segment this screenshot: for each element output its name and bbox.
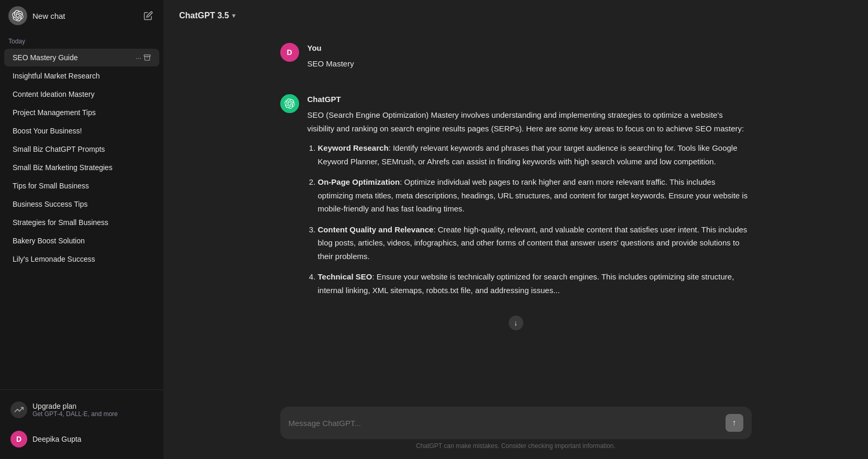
chatgpt-message-text: SEO (Search Engine Optimization) Mastery…	[307, 108, 752, 297]
input-wrapper: ↑	[280, 407, 752, 439]
sidebar-item-bakery-boost-solution[interactable]: Bakery Boost Solution	[4, 232, 159, 250]
sidebar-footer: Upgrade plan Get GPT-4, DALL·E, and more…	[0, 389, 163, 459]
sidebar-item-lilys-lemonade-success[interactable]: Lily's Lemonade Success	[4, 250, 159, 268]
nav-item-label: Lily's Lemonade Success	[13, 255, 151, 263]
nav-item-label: Insightful Market Research	[13, 72, 151, 80]
sidebar-item-strategies-for-small-business[interactable]: Strategies for Small Business	[4, 214, 159, 231]
chat-area: D You SEO Mastery ChatGPT SEO (Search En…	[163, 31, 868, 400]
scroll-down-arrow[interactable]: ↓	[509, 316, 523, 330]
nav-item-label: Tips for Small Business	[13, 182, 151, 190]
upgrade-plan-button[interactable]: Upgrade plan Get GPT-4, DALL·E, and more	[4, 396, 159, 423]
upgrade-text: Upgrade plan Get GPT-4, DALL·E, and more	[32, 402, 118, 418]
user-name: Deepika Gupta	[32, 435, 81, 443]
nav-item-label: Content Ideation Mastery	[13, 90, 151, 98]
main-header: ChatGPT 3.5 ▾	[163, 0, 868, 31]
nav-item-label: Small Biz ChatGPT Prompts	[13, 145, 151, 153]
nav-item-label: Small Biz Marketing Strategies	[13, 163, 151, 172]
openai-logo-icon[interactable]	[8, 6, 27, 25]
sidebar-section-today: Today	[0, 31, 163, 48]
new-chat-edit-button[interactable]	[141, 9, 155, 23]
sidebar-item-seo-mastery-guide[interactable]: SEO Mastery Guide ···	[4, 49, 159, 66]
sidebar-nav: Today SEO Mastery Guide ··· Insightful M…	[0, 31, 163, 389]
message-input[interactable]	[289, 419, 720, 428]
svg-rect-0	[144, 55, 150, 57]
sidebar-header: New chat	[0, 0, 163, 31]
sidebar-item-business-success-tips[interactable]: Business Success Tips	[4, 195, 159, 213]
model-name: ChatGPT 3.5	[179, 11, 229, 20]
nav-item-label: Strategies for Small Business	[13, 218, 151, 227]
archive-icon[interactable]	[144, 54, 151, 61]
sidebar-item-tips-for-small-business[interactable]: Tips for Small Business	[4, 177, 159, 195]
upgrade-icon	[10, 401, 27, 418]
new-chat-title: New chat	[32, 12, 65, 20]
sidebar-item-project-management-tips[interactable]: Project Management Tips	[4, 104, 159, 121]
nav-item-actions: ···	[136, 54, 151, 62]
chatgpt-message-content: ChatGPT SEO (Search Engine Optimization)…	[307, 93, 752, 304]
nav-item-label: Boost Your Business!	[13, 127, 151, 135]
scroll-indicator: ↓	[184, 316, 847, 330]
nav-item-label: Project Management Tips	[13, 108, 151, 117]
sidebar-item-small-biz-chatgpt-prompts[interactable]: Small Biz ChatGPT Prompts	[4, 140, 159, 158]
input-area: ↑ ChatGPT can make mistakes. Consider ch…	[163, 400, 868, 459]
chatgpt-message-block: ChatGPT SEO (Search Engine Optimization)…	[280, 93, 752, 304]
send-button[interactable]: ↑	[726, 414, 743, 432]
nav-item-label: Bakery Boost Solution	[13, 237, 151, 245]
model-selector[interactable]: ChatGPT 3.5 ▾	[174, 8, 240, 24]
sidebar-item-small-biz-marketing-strategies[interactable]: Small Biz Marketing Strategies	[4, 159, 159, 176]
user-avatar-circle: D	[280, 43, 299, 62]
sidebar: New chat Today SEO Mastery Guide ··· Ins	[0, 0, 163, 459]
sidebar-item-boost-your-business[interactable]: Boost Your Business!	[4, 122, 159, 140]
user-row[interactable]: D Deepika Gupta	[4, 426, 159, 453]
user-avatar: D	[10, 431, 27, 447]
user-message-content: You SEO Mastery	[307, 42, 752, 76]
chevron-down-icon: ▾	[232, 12, 235, 19]
main-content: ChatGPT 3.5 ▾ D You SEO Mastery ChatGPT	[163, 0, 868, 459]
upgrade-title: Upgrade plan	[32, 402, 118, 410]
chatgpt-avatar-circle	[280, 94, 299, 113]
more-options-icon[interactable]: ···	[136, 54, 141, 62]
nav-item-label: SEO Mastery Guide	[13, 53, 136, 62]
user-message-block: D You SEO Mastery	[280, 42, 752, 76]
chatgpt-sender-label: ChatGPT	[307, 93, 752, 106]
sidebar-header-left: New chat	[8, 6, 65, 25]
user-sender-label: You	[307, 42, 752, 55]
sidebar-item-insightful-market-research[interactable]: Insightful Market Research	[4, 67, 159, 85]
user-message-text: SEO Mastery	[307, 57, 752, 71]
nav-item-label: Business Success Tips	[13, 200, 151, 208]
sidebar-item-content-ideation-mastery[interactable]: Content Ideation Mastery	[4, 85, 159, 103]
disclaimer-text: ChatGPT can make mistakes. Consider chec…	[280, 439, 752, 455]
upgrade-subtitle: Get GPT-4, DALL·E, and more	[32, 410, 118, 418]
